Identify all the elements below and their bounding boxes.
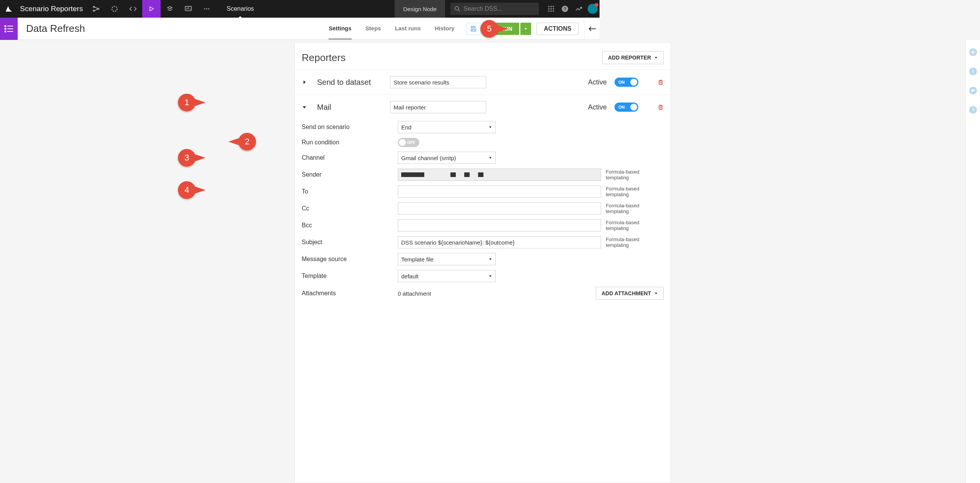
svg-rect-17 xyxy=(553,11,554,12)
svg-point-8 xyxy=(455,7,458,10)
sender-input[interactable] xyxy=(398,169,600,181)
search-placeholder: Search DSS... xyxy=(463,5,502,12)
circle-icon[interactable] xyxy=(105,0,124,18)
add-attachment-button[interactable]: ADD ATTACHMENT xyxy=(596,287,600,296)
svg-rect-10 xyxy=(551,6,552,7)
stack-icon[interactable] xyxy=(161,0,179,18)
callout-3: 3 xyxy=(178,149,196,167)
expand-icon[interactable] xyxy=(302,79,309,85)
menu-button[interactable] xyxy=(0,18,18,40)
svg-point-7 xyxy=(208,8,209,10)
main-area: Reporters ADD REPORTER Send to dataset A… xyxy=(0,40,600,296)
send-on-scenario-select[interactable]: End xyxy=(398,121,496,133)
help-icon[interactable]: ? xyxy=(558,0,572,18)
active-label: Active xyxy=(588,78,600,86)
global-search[interactable]: Search DSS... xyxy=(450,3,539,15)
tab-steps[interactable]: Steps xyxy=(365,18,381,40)
active-label: Active xyxy=(588,103,600,111)
svg-point-24 xyxy=(5,31,6,32)
activity-icon[interactable] xyxy=(572,0,586,18)
design-node[interactable]: Design Node xyxy=(395,0,445,18)
actions-button[interactable]: ACTIONS xyxy=(537,23,579,35)
to-label: To xyxy=(302,188,398,195)
panel-title: Reporters xyxy=(302,52,345,64)
svg-point-6 xyxy=(206,8,207,10)
tab-history[interactable]: History xyxy=(435,18,455,40)
svg-text:?: ? xyxy=(563,6,566,11)
tab-last-runs[interactable]: Last runs xyxy=(395,18,421,40)
dashboard-icon[interactable] xyxy=(179,0,198,18)
callout-4: 4 xyxy=(178,181,196,199)
project-title[interactable]: Scenario Reporters xyxy=(18,5,87,13)
send-on-scenario-label: Send on scenario xyxy=(302,124,398,131)
search-icon xyxy=(454,6,460,12)
scenario-tabs: Settings Steps Last runs History xyxy=(329,18,454,40)
reporter-row-mail: Mail Active ON xyxy=(295,94,600,119)
svg-rect-14 xyxy=(553,8,554,10)
flow-icon[interactable] xyxy=(87,0,105,18)
subject-label: Subject xyxy=(302,239,398,246)
attachments-count: 0 attachment xyxy=(398,290,431,296)
tab-settings[interactable]: Settings xyxy=(329,18,351,40)
svg-rect-15 xyxy=(548,11,550,12)
callout-5: 5 xyxy=(480,20,498,38)
run-dropdown[interactable] xyxy=(520,23,531,35)
save-button[interactable] xyxy=(466,23,481,35)
app-logo[interactable] xyxy=(0,0,18,18)
svg-rect-16 xyxy=(551,11,552,12)
bcc-input[interactable] xyxy=(398,219,600,232)
svg-point-5 xyxy=(204,8,205,10)
svg-rect-13 xyxy=(551,8,552,10)
back-button[interactable] xyxy=(584,18,600,40)
message-source-label: Message source xyxy=(302,256,398,263)
sub-header: Data Refresh Settings Steps Last runs Hi… xyxy=(0,18,600,40)
svg-point-22 xyxy=(5,28,6,29)
subject-input[interactable] xyxy=(398,236,600,248)
to-input[interactable] xyxy=(398,185,600,198)
svg-rect-9 xyxy=(548,6,550,7)
apps-icon[interactable] xyxy=(544,0,558,18)
user-avatar[interactable] xyxy=(586,0,600,18)
collapse-icon[interactable] xyxy=(302,104,309,110)
channel-select[interactable]: Gmail channel (smtp) xyxy=(398,152,496,164)
top-bar: Scenario Reporters Scenarios Design Node… xyxy=(0,0,600,18)
reporter-name-input[interactable] xyxy=(390,101,486,113)
run-icon[interactable] xyxy=(142,0,161,18)
message-source-select[interactable]: Template file xyxy=(398,253,496,265)
code-icon[interactable] xyxy=(124,0,142,18)
svg-rect-11 xyxy=(553,6,554,7)
attachments-label: Attachments xyxy=(302,290,398,296)
page-title: Data Refresh xyxy=(26,23,85,35)
cc-label: Cc xyxy=(302,205,398,212)
attachments-row: Attachments 0 attachment ADD ATTACHMENT xyxy=(295,287,600,296)
reporter-type: Send to dataset xyxy=(317,78,382,87)
run-condition-label: Run condition xyxy=(302,139,398,146)
svg-point-20 xyxy=(5,25,6,26)
run-condition-toggle[interactable]: OFF xyxy=(398,138,419,147)
template-select[interactable]: default xyxy=(398,270,496,282)
top-nav-icons xyxy=(87,0,216,18)
reporter-name-input[interactable] xyxy=(390,76,486,88)
reporters-panel: Reporters ADD REPORTER Send to dataset A… xyxy=(294,42,600,296)
svg-point-1 xyxy=(93,10,94,11)
svg-point-2 xyxy=(98,8,99,9)
callout-1: 1 xyxy=(178,94,196,111)
bcc-label: Bcc xyxy=(302,222,398,229)
channel-label: Channel xyxy=(302,154,398,161)
more-icon[interactable] xyxy=(198,0,216,18)
svg-point-0 xyxy=(93,6,94,7)
reporter-type: Mail xyxy=(317,103,382,112)
scenarios-label[interactable]: Scenarios xyxy=(227,5,254,12)
mail-form: Send on scenario End Run condition OFF C… xyxy=(295,119,600,282)
template-label: Template xyxy=(302,273,398,280)
cc-input[interactable] xyxy=(398,202,600,215)
sender-label: Sender xyxy=(302,171,398,178)
callout-2: 2 xyxy=(238,133,256,151)
reporter-row-dataset: Send to dataset Active ON xyxy=(295,69,600,94)
svg-rect-12 xyxy=(548,8,550,10)
svg-point-3 xyxy=(112,6,117,11)
